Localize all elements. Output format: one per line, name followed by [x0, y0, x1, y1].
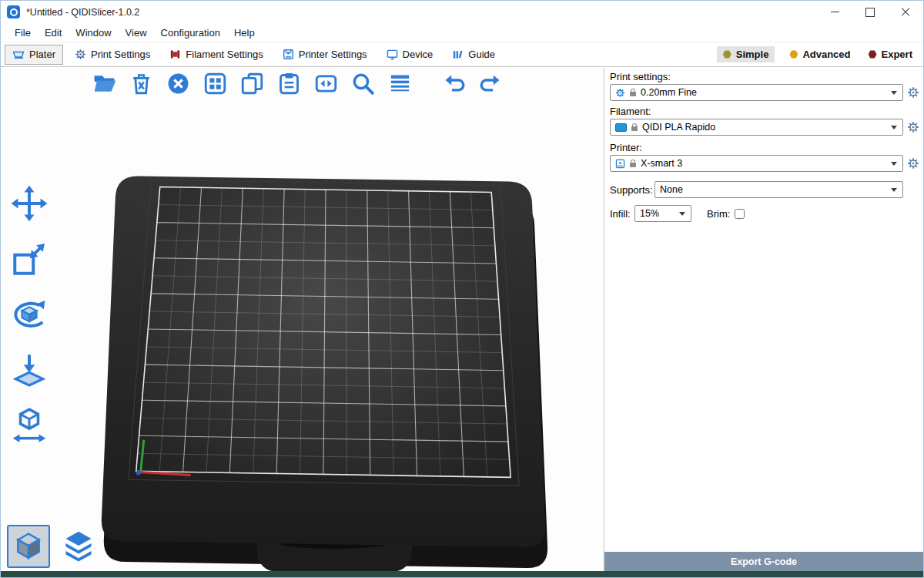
printer-label: Printer:: [610, 142, 920, 153]
undo-icon: [442, 72, 466, 96]
tab-device-label: Device: [403, 49, 434, 60]
window-title: *Untitled - QIDISlicer-1.0.2: [26, 7, 139, 18]
lock-icon: [630, 163, 636, 167]
split-icon: [314, 72, 338, 96]
redo-button[interactable]: [477, 69, 505, 98]
place-on-face-tool-button[interactable]: [7, 348, 52, 391]
menu-file[interactable]: File: [8, 25, 38, 41]
delete-button[interactable]: [127, 69, 156, 98]
tab-plater[interactable]: Plater: [5, 45, 63, 65]
tab-guide[interactable]: Guide: [444, 45, 503, 64]
supports-combo[interactable]: None: [654, 181, 903, 198]
tab-filament-settings-label: Filament Settings: [186, 49, 263, 60]
bottom-strip: [1, 571, 923, 577]
mode-advanced-label: Advanced: [802, 49, 850, 60]
tab-print-settings[interactable]: Print Settings: [67, 45, 158, 64]
redo-icon: [479, 72, 503, 96]
export-gcode-button[interactable]: Export G-code: [604, 552, 923, 571]
measure-tool-button[interactable]: [7, 404, 52, 447]
tab-plater-label: Plater: [29, 49, 55, 60]
scale-icon: [10, 240, 49, 278]
gear-icon: [907, 86, 919, 99]
simple-mode-icon: [723, 50, 732, 59]
expert-mode-icon: [869, 50, 877, 59]
menu-help[interactable]: Help: [227, 25, 262, 41]
search-button[interactable]: [349, 69, 377, 98]
scale-tool-button[interactable]: [7, 237, 52, 281]
filament-combo[interactable]: QIDI PLA Rapido: [610, 119, 903, 136]
printer-combo[interactable]: X-smart 3: [610, 155, 903, 172]
infill-combo[interactable]: 15%: [634, 205, 691, 222]
mode-simple[interactable]: Simple: [717, 46, 775, 62]
menu-view[interactable]: View: [119, 25, 154, 41]
advanced-mode-icon: [789, 50, 798, 59]
delete-all-icon: [166, 72, 190, 96]
search-icon: [351, 72, 375, 96]
gear-icon: [907, 157, 919, 170]
app-window: *Untitled - QIDISlicer-1.0.2 File Edit W…: [0, 0, 924, 578]
mode-expert-label: Expert: [882, 49, 912, 60]
main-area: Print settings: 0.20mm Fine Filament:: [1, 68, 923, 577]
left-toolbar: [7, 182, 52, 447]
copy-button[interactable]: [238, 69, 266, 98]
print-settings-edit-button[interactable]: [906, 85, 920, 100]
filament-value: QIDI PLA Rapido: [642, 122, 715, 133]
infill-label: Infill:: [610, 208, 634, 220]
open-folder-button[interactable]: [90, 69, 119, 98]
mode-advanced[interactable]: Advanced: [786, 46, 853, 62]
gear-icon: [907, 121, 919, 133]
close-button[interactable]: [888, 1, 923, 23]
window-controls: [817, 1, 923, 23]
printer-value: X-smart 3: [641, 158, 682, 169]
supports-label: Supports:: [610, 184, 654, 196]
z-axis-indicator: [136, 470, 141, 475]
split-button[interactable]: [312, 69, 340, 98]
tab-device[interactable]: Device: [379, 45, 441, 64]
brim-label: Brim:: [707, 208, 730, 220]
rotate-tool-button[interactable]: [7, 293, 52, 336]
move-tool-button[interactable]: [7, 182, 52, 225]
filament-label: Filament:: [610, 106, 920, 117]
delete-icon: [129, 72, 153, 96]
sidebar: Print settings: 0.20mm Fine Filament:: [604, 68, 923, 577]
rotate-icon: [10, 295, 49, 334]
open-folder-icon: [92, 72, 116, 96]
move-icon: [10, 184, 49, 223]
editor-3d-view-button[interactable]: [7, 525, 50, 568]
delete-all-button[interactable]: [164, 69, 192, 98]
cube-3d-view-icon: [12, 529, 45, 563]
print-settings-gear-icon: [75, 49, 86, 60]
filament-color-swatch: [615, 123, 627, 132]
minimize-button[interactable]: [817, 1, 852, 23]
build-plate-3d[interactable]: [1, 68, 604, 577]
filament-spool-icon: [169, 49, 181, 60]
place-on-face-icon: [10, 351, 49, 389]
measure-icon: [10, 406, 49, 445]
tabbar: Plater Print Settings Filament Settings: [1, 42, 923, 67]
layer-list-icon: [388, 72, 412, 96]
arrange-button[interactable]: [201, 69, 229, 98]
undo-button[interactable]: [440, 69, 468, 98]
maximize-button[interactable]: [852, 1, 888, 23]
tab-guide-label: Guide: [468, 49, 495, 60]
filament-edit-button[interactable]: [906, 119, 920, 135]
printer-edit-button[interactable]: [906, 156, 920, 171]
print-settings-combo[interactable]: 0.20mm Fine: [610, 84, 903, 101]
brim-checkbox[interactable]: [735, 209, 745, 219]
supports-value: None: [660, 184, 683, 195]
layer-list-button[interactable]: [386, 69, 414, 98]
menu-configuration[interactable]: Configuration: [154, 25, 227, 41]
printer-icon: [283, 49, 294, 60]
mode-expert[interactable]: Expert: [865, 46, 916, 62]
print-settings-value: 0.20mm Fine: [641, 87, 697, 98]
copy-icon: [240, 72, 264, 96]
tab-printer-settings[interactable]: Printer Settings: [275, 45, 375, 64]
guide-books-icon: [452, 49, 464, 60]
menubar: File Edit Window View Configuration Help: [1, 23, 923, 42]
menu-window[interactable]: Window: [69, 25, 118, 41]
layers-preview-button[interactable]: [57, 525, 100, 568]
menu-edit[interactable]: Edit: [38, 25, 69, 41]
tab-filament-settings[interactable]: Filament Settings: [162, 45, 270, 64]
paste-icon: [277, 72, 301, 96]
paste-button[interactable]: [275, 69, 303, 98]
